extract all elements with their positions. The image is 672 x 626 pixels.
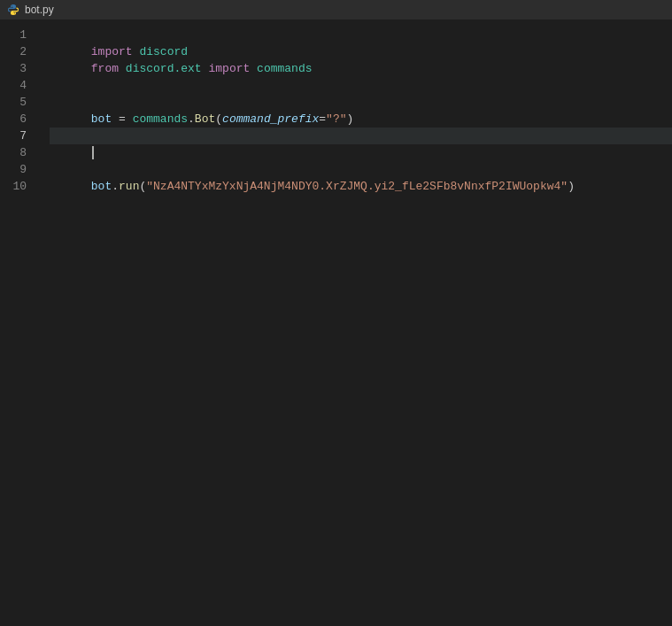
code-line-2: from discord.ext import commands bbox=[50, 43, 672, 60]
editor-container: 1 2 3 4 5 6 7 8 9 10 import discord from… bbox=[0, 19, 672, 626]
line-num-8: 8 bbox=[0, 144, 27, 161]
code-line-5: bot = commands.Bot(command_prefix="?") bbox=[50, 94, 672, 111]
filename-label: bot.py bbox=[25, 4, 54, 16]
python-icon bbox=[7, 4, 19, 16]
code-line-3 bbox=[50, 60, 672, 77]
code-line-8 bbox=[50, 144, 672, 161]
line-num-1: 1 bbox=[0, 27, 27, 43]
code-line-10 bbox=[50, 178, 672, 195]
line-num-9: 9 bbox=[0, 161, 27, 178]
line-num-5: 5 bbox=[0, 94, 27, 111]
line-num-10: 10 bbox=[0, 178, 27, 195]
code-line-7 bbox=[50, 128, 672, 144]
code-area[interactable]: import discord from discord.ext import c… bbox=[35, 19, 672, 626]
line-num-6: 6 bbox=[0, 111, 27, 128]
line-numbers: 1 2 3 4 5 6 7 8 9 10 bbox=[0, 19, 35, 626]
line-num-3: 3 bbox=[0, 60, 27, 77]
title-bar: bot.py bbox=[0, 0, 672, 19]
code-line-6 bbox=[50, 111, 672, 128]
line-num-2: 2 bbox=[0, 43, 27, 60]
code-line-9: bot.run("NzA4NTYxMzYxNjA4NjM4NDY0.XrZJMQ… bbox=[50, 161, 672, 178]
line-num-4: 4 bbox=[0, 77, 27, 94]
line-num-7: 7 bbox=[0, 128, 27, 144]
code-line-4 bbox=[50, 77, 672, 94]
code-line-1: import discord bbox=[50, 27, 672, 43]
